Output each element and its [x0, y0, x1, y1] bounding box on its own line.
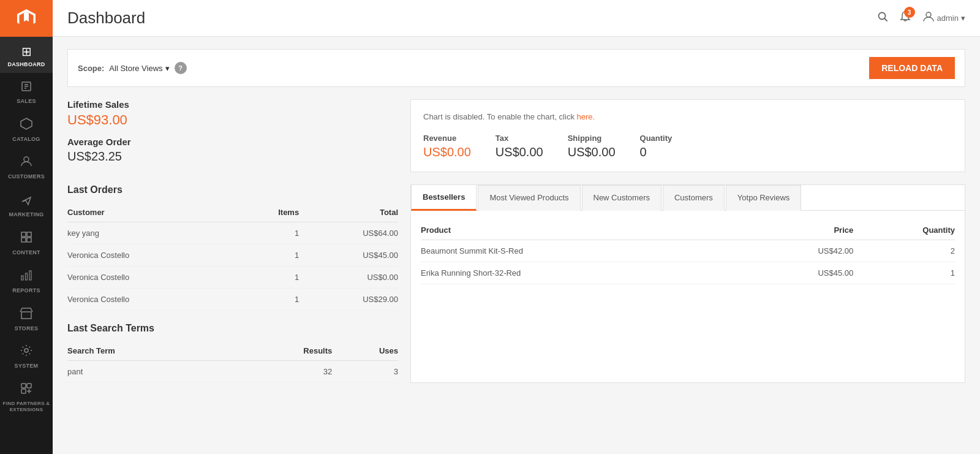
table-row: Erika Running Short-32-Red US$45.00 1: [421, 262, 955, 284]
orders-col-customer: Customer: [67, 203, 241, 222]
svg-marker-1: [24, 12, 29, 21]
content-left: Last Orders Customer Items Total key yan…: [67, 184, 398, 383]
sidebar-item-customers-label: CUSTOMERS: [8, 173, 45, 180]
admin-avatar-icon: [922, 10, 935, 26]
search-col-uses: Uses: [332, 341, 398, 361]
svg-point-22: [878, 13, 885, 20]
sidebar-item-customers[interactable]: CUSTOMERS: [0, 147, 53, 185]
main-content: Dashboard 3 admin ▾ Scope:: [53, 0, 980, 454]
sidebar-logo: [0, 0, 53, 37]
order-customer: Veronica Costello: [67, 267, 241, 289]
table-row: pant 32 3: [67, 361, 398, 383]
quantity-label: Quantity: [640, 134, 673, 143]
dashboard-body: Scope: All Store Views ▾ ? Reload Data L…: [53, 37, 980, 454]
tax-value: US$0.00: [496, 145, 543, 159]
sidebar-item-marketing[interactable]: MARKETING: [0, 185, 53, 223]
sidebar-item-sales[interactable]: SALES: [0, 73, 53, 110]
svg-marker-6: [21, 118, 32, 129]
metric-shipping: Shipping US$0.00: [568, 134, 616, 159]
tab-content-bestsellers: Product Price Quantity Beaumont Summit K…: [411, 211, 965, 294]
table-row: Beaumont Summit Kit-S-Red US$42.00 2: [421, 240, 955, 262]
product-price: US$45.00: [742, 262, 854, 284]
chart-panel: Chart is disabled. To enable the chart, …: [410, 99, 965, 172]
sidebar-item-stores[interactable]: STORES: [0, 299, 53, 337]
tab-most-viewed[interactable]: Most Viewed Products: [478, 185, 580, 211]
find-partners-icon: [20, 382, 33, 398]
sidebar-item-reports[interactable]: REPORTS: [0, 261, 53, 299]
table-row: Veronica Costello 1 US$29.00: [67, 289, 398, 311]
orders-col-items: Items: [241, 203, 299, 222]
svg-point-7: [24, 157, 29, 162]
search-term: pant: [67, 361, 233, 383]
sidebar-item-catalog[interactable]: CATALOG: [0, 110, 53, 148]
scope-dropdown[interactable]: All Store Views ▾: [109, 64, 169, 73]
tax-label: Tax: [496, 134, 543, 143]
sales-icon: [20, 80, 32, 96]
content-row: Last Orders Customer Items Total key yan…: [67, 184, 965, 383]
sidebar-item-dashboard[interactable]: ⊞ DASHBOARD: [0, 37, 53, 73]
sidebar-item-find-partners[interactable]: FIND PARTNERS & EXTENSIONS: [0, 374, 53, 417]
search-terms-title: Last Search Terms: [67, 323, 398, 334]
lifetime-sales-label: Lifetime Sales: [67, 99, 398, 110]
tab-new-customers[interactable]: New Customers: [582, 185, 662, 211]
order-total: US$64.00: [299, 222, 398, 244]
svg-rect-18: [27, 384, 31, 388]
product-name: Erika Running Short-32-Red: [421, 262, 742, 284]
metric-quantity: Quantity 0: [640, 134, 673, 159]
scope-help-button[interactable]: ?: [175, 62, 187, 74]
sidebar-item-catalog-label: CATALOG: [12, 136, 40, 143]
search-button[interactable]: [877, 11, 888, 25]
sidebar-item-find-partners-label: FIND PARTNERS & EXTENSIONS: [2, 401, 50, 412]
scope-value: All Store Views: [109, 64, 162, 73]
stores-icon: [20, 306, 33, 323]
sidebar-item-system[interactable]: SYSTEM: [0, 336, 53, 374]
stats-left: Lifetime Sales US$93.00 Average Order US…: [67, 99, 398, 172]
admin-username: admin: [937, 13, 959, 23]
sidebar: ⊞ DASHBOARD SALES CATALOG CUSTOMERS MARK…: [0, 0, 53, 454]
stats-row: Lifetime Sales US$93.00 Average Order US…: [67, 99, 965, 172]
svg-rect-8: [21, 232, 26, 236]
marketing-icon: [20, 192, 33, 209]
reports-icon: [20, 268, 33, 285]
shipping-value: US$0.00: [568, 145, 616, 159]
product-quantity: 1: [853, 262, 955, 284]
search-uses: 3: [332, 361, 398, 383]
svg-rect-13: [26, 273, 28, 280]
quantity-value: 0: [640, 145, 673, 159]
product-quantity: 2: [853, 240, 955, 262]
tab-yotpo[interactable]: Yotpo Reviews: [726, 185, 802, 211]
order-items: 1: [241, 244, 299, 267]
svg-rect-19: [21, 389, 26, 393]
reload-data-button[interactable]: Reload Data: [869, 57, 955, 79]
sidebar-item-content[interactable]: CONTENT: [0, 223, 53, 261]
revenue-value: US$0.00: [423, 145, 471, 159]
svg-rect-15: [21, 312, 31, 319]
notifications-button[interactable]: 3: [899, 10, 911, 26]
svg-rect-10: [21, 238, 26, 242]
topbar-right: 3 admin ▾: [877, 10, 965, 26]
order-total: US$45.00: [299, 244, 398, 267]
avg-order-label: Average Order: [67, 137, 398, 147]
last-orders-table: Customer Items Total key yang 1 US$64.00…: [67, 203, 398, 311]
tab-customers[interactable]: Customers: [663, 185, 725, 211]
revenue-label: Revenue: [423, 134, 471, 143]
svg-line-23: [884, 19, 887, 21]
table-row: key yang 1 US$64.00: [67, 222, 398, 244]
scope-left: Scope: All Store Views ▾ ?: [78, 62, 187, 74]
prod-col-quantity: Quantity: [853, 221, 955, 240]
chart-enable-link[interactable]: here.: [577, 112, 595, 121]
product-name: Beaumont Summit Kit-S-Red: [421, 240, 742, 262]
tab-bestsellers[interactable]: Bestsellers: [411, 185, 477, 211]
sidebar-item-reports-label: REPORTS: [12, 287, 40, 294]
avg-order-value: US$23.25: [67, 149, 398, 164]
content-right: BestsellersMost Viewed ProductsNew Custo…: [410, 184, 965, 383]
content-icon: [20, 230, 33, 247]
admin-menu-button[interactable]: admin ▾: [922, 10, 965, 26]
order-items: 1: [241, 267, 299, 289]
metrics-row: Revenue US$0.00 Tax US$0.00 Shipping US$…: [423, 134, 952, 159]
order-total: US$0.00: [299, 267, 398, 289]
svg-rect-14: [29, 271, 31, 280]
svg-point-24: [926, 12, 931, 17]
system-icon: [20, 344, 33, 360]
sidebar-item-stores-label: STORES: [15, 325, 39, 332]
